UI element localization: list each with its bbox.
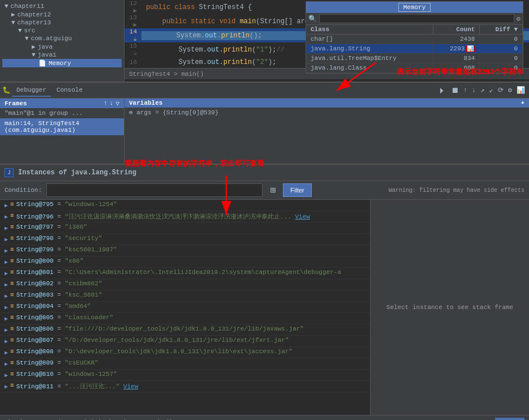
expand-icon: ▶ [5, 327, 8, 333]
list-item[interactable]: ▶ ≡ String@799 = "ksc5601_1987" [0, 245, 370, 256]
filter-button[interactable]: Filter [283, 183, 311, 197]
expand-icon: ▶ [5, 304, 8, 311]
tree-item-chapter13[interactable]: ▼ chapter13 [2, 19, 122, 27]
frame-item-main-group[interactable]: "main"@1 in group ... [0, 108, 124, 118]
instances-title: Instances of java.lang.String [18, 169, 136, 177]
stack-frame-panel: Select instance to see stack frame [371, 200, 529, 415]
frame-item-main-detail[interactable]: main:14, StringTest4 (com.atguigu.java1) [0, 118, 124, 135]
list-item[interactable]: ▶ ≡ String@800 = "x86" [0, 256, 370, 268]
code-editor: 12 ▶ public class StringTest4 { 13 ▶ pub… [124, 0, 529, 82]
tree-item-memory[interactable]: 📄 Memory [2, 59, 122, 67]
debug-panel: 🐛 Debugger Console ⏵ ⏹ ↑ ↓ ↗ ↙ ⟳ ⚙ 📊 Fra… [0, 82, 529, 164]
tree-item-chapter12[interactable]: ▶ chapter12 [2, 10, 122, 19]
folder-icon: ▼ [11, 19, 15, 26]
tree-item-java[interactable]: ▶ java [2, 42, 122, 51]
list-item[interactable]: ▶ ≡ String@811 = "...汪污汪讫..." View [0, 381, 370, 392]
tab-console[interactable]: Console [52, 84, 87, 97]
list-item[interactable]: ▶ ≡ String@805 = "classLoader" [0, 313, 370, 324]
filter-expand-icon[interactable]: ⊞ [267, 185, 278, 196]
ide-top-section: ▼ chapter11 ▶ chapter12 ▼ chapter13 ▼ sr… [0, 0, 529, 82]
item-icon: ≡ [10, 201, 14, 208]
frame-filter-icon[interactable]: ▽ [115, 100, 119, 107]
col-class: Class [306, 25, 433, 35]
expand-icon: ▶ [5, 372, 8, 379]
item-icon: ≡ [10, 303, 14, 310]
list-item[interactable]: ▶ ≡ String@801 = "C:\Users\Administrator… [0, 268, 370, 279]
col-diff: Diff ▼ [480, 25, 523, 35]
debug-content: Frames ↑ ↓ ▽ "main"@1 in group ... main:… [0, 98, 529, 164]
folder-icon: ▶ [11, 11, 15, 18]
add-watch-icon[interactable]: + [521, 100, 524, 106]
toolbar-icon-9[interactable]: 📊 [515, 86, 527, 95]
file-tree: ▼ chapter11 ▶ chapter12 ▼ chapter13 ▼ sr… [0, 0, 124, 82]
item-icon: ≡ [10, 348, 14, 355]
expand-icon: ▶ [5, 247, 8, 254]
list-item[interactable]: ▶ ≡ String@807 = "/D:/developer_tools/jd… [0, 336, 370, 347]
table-row-string[interactable]: java.lang.String 2293📊 0 [306, 44, 523, 54]
expand-icon: ▶ [5, 315, 8, 322]
tree-item-src[interactable]: ▼ src [2, 27, 122, 35]
list-item[interactable]: ▶ ≡ String@810 = "windows-1257" [0, 370, 370, 381]
condition-input[interactable] [46, 183, 263, 197]
variables-header: Variables + [124, 98, 529, 108]
condition-label: Condition: [5, 187, 42, 194]
expand-icon: ▶ [5, 338, 8, 345]
folder-icon: ▼ [18, 27, 22, 34]
item-icon: ≡ [10, 246, 14, 253]
list-item[interactable]: ▶ ≡ String@804 = "amd64" [0, 302, 370, 313]
variable-args[interactable]: ⊕ args = {String[0]@539} [124, 108, 529, 117]
list-item[interactable]: ▶ ≡ String@809 = "csEUCKR" [0, 358, 370, 370]
item-icon: ≡ [10, 325, 14, 332]
expand-icon: ▶ [5, 349, 8, 356]
table-row[interactable]: char[] 2438 0 [306, 35, 523, 44]
toolbar-icon-2[interactable]: ⏹ [449, 86, 461, 95]
tree-item-chapter11[interactable]: ▼ chapter11 [2, 2, 122, 10]
memory-header: Memory [306, 2, 523, 13]
list-item[interactable]: ▶ ≡ String@808 = "D:\developer_tools\jdk… [0, 347, 370, 358]
debug-icon: 🐛 [2, 86, 11, 95]
item-icon: ≡ [10, 337, 14, 344]
frame-down-icon[interactable]: ↓ [110, 100, 114, 107]
frame-up-icon[interactable]: ↑ [104, 100, 107, 107]
class-icon: 📄 [38, 59, 46, 67]
memory-search-input[interactable] [319, 14, 514, 23]
tree-item-package[interactable]: ▼ com.atguigu [2, 35, 122, 42]
frames-panel: Frames ↑ ↓ ▽ "main"@1 in group ... main:… [0, 98, 124, 164]
toolbar-icon-4[interactable]: ↓ [470, 87, 478, 95]
close-button[interactable]: Close [495, 418, 524, 421]
status-bar: Showing: 2000 / 2293 (Limit has been rea… [0, 415, 529, 420]
toolbar-icon-8[interactable]: ⚙ [506, 86, 514, 95]
item-icon: ≡ [10, 314, 14, 321]
item-icon: ≡ [10, 280, 14, 287]
memory-search-bar: 🔍 ⚙ [306, 13, 523, 25]
list-item[interactable]: ▶ ≡ String@803 = "ksc_5601" [0, 290, 370, 302]
list-item[interactable]: ▶ ≡ String@795 = "windows-1254" [0, 200, 370, 211]
gear-icon[interactable]: ⚙ [517, 15, 521, 23]
expand-icon: ▶ [5, 202, 8, 209]
item-icon: ≡ [10, 359, 14, 366]
list-item[interactable]: ▶ ≡ String@796 = "汪污汪讫汲淙淋洴淋桑淌泐法忺泛汊汽淡泘汴泐淋… [0, 211, 370, 222]
item-icon: ≡ [10, 382, 14, 389]
string-list-container: ▶ ≡ String@795 = "windows-1254" ▶ ≡ Stri… [0, 200, 529, 415]
tree-item-java1[interactable]: ▼ java1 [2, 51, 122, 59]
toolbar-icon-6[interactable]: ↙ [488, 86, 495, 95]
debug-tab-bar: 🐛 Debugger Console ⏵ ⏹ ↑ ↓ ↗ ↙ ⟳ ⚙ 📊 [0, 83, 529, 98]
toolbar-icon-5[interactable]: ↗ [479, 86, 486, 95]
table-row[interactable]: java.util.TreeMap$Entry 834 0 [306, 54, 523, 63]
expand-icon: ▶ [5, 225, 8, 232]
expand-icon: ▶ [5, 259, 8, 265]
toolbar-icon-7[interactable]: ⟳ [496, 86, 505, 95]
item-icon: ≡ [10, 269, 14, 276]
folder-icon: ▼ [32, 52, 36, 58]
toolbar-icon-1[interactable]: ⏵ [437, 86, 448, 95]
list-item[interactable]: ▶ ≡ String@802 = "csibm862" [0, 279, 370, 290]
tab-debugger[interactable]: Debugger [12, 84, 51, 97]
expand-icon: ▶ [5, 281, 8, 288]
toolbar-icon-3[interactable]: ↑ [462, 87, 469, 95]
list-item[interactable]: ▶ ≡ String@797 = "i386" [0, 222, 370, 234]
list-item[interactable]: ▶ ≡ String@798 = "security" [0, 234, 370, 245]
table-row[interactable]: java.lang.Class 608 0 [306, 63, 523, 73]
list-item[interactable]: ▶ ≡ String@806 = "file:///D:/developer_t… [0, 324, 370, 336]
expand-icon: ▶ [5, 236, 8, 243]
expand-icon: ▶ [5, 293, 8, 299]
